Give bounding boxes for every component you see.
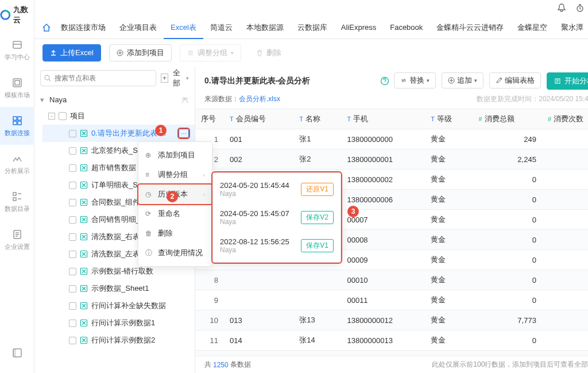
svg-rect-12	[13, 349, 16, 357]
svg-rect-3	[15, 80, 20, 85]
version-item[interactable]: 2022-08-12 15:56:25Naya保存V1	[213, 232, 341, 260]
leaf-checkbox[interactable]	[69, 216, 76, 224]
help-icon[interactable]	[380, 76, 389, 86]
svg-rect-6	[13, 121, 17, 125]
leaf-checkbox[interactable]	[69, 285, 76, 293]
annotation-1: 1	[155, 125, 167, 136]
column-header[interactable]: T会员编号	[224, 109, 293, 129]
excel-file-icon	[80, 267, 88, 275]
scope-selector[interactable]: 全部▾	[173, 68, 189, 89]
detail-header: 0.请导出并更新此表-会员分析 替换▾ 追加▾ 编辑表格	[195, 67, 588, 94]
svg-rect-4	[13, 117, 17, 120]
rail-item-4[interactable]: 数据目录	[0, 183, 34, 221]
tree-search-row: + 全部▾	[34, 67, 195, 90]
version-item[interactable]: 2024-05-20 15:45:44Naya还原V1	[213, 175, 341, 203]
column-header[interactable]: #消费总额	[473, 109, 542, 129]
version-item[interactable]: 2024-05-20 15:45:07Naya保存V2	[213, 203, 341, 232]
svg-rect-8	[13, 193, 16, 195]
version-action-button[interactable]: 保存V2	[301, 211, 334, 224]
rail-item-3[interactable]: 分析展示	[0, 145, 34, 183]
tab-2[interactable]: Excel表	[164, 16, 203, 39]
leaf-checkbox[interactable]	[69, 130, 76, 137]
leaf-checkbox[interactable]	[69, 199, 76, 206]
column-header[interactable]: T手机	[341, 109, 425, 129]
tab-7[interactable]: Facebook	[383, 16, 430, 39]
table-row[interactable]: 800010黄金0	[195, 270, 588, 290]
context-menu: ⊕添加到项目 ≡调整分组› ◷历史版本› ⟳重命名 🗑删除 ⓘ查询使用情况	[138, 141, 212, 267]
svg-point-16	[45, 75, 49, 80]
brand-logo: 九数云	[0, 5, 34, 25]
svg-point-18	[185, 98, 187, 100]
column-header[interactable]: #消费次数	[542, 109, 588, 129]
ctx-adjust-group[interactable]: ≡调整分组›	[138, 165, 212, 184]
tree-leaf[interactable]: 行间计算示例数据1	[42, 314, 195, 332]
ctx-rename[interactable]: ⟳重命名	[138, 204, 212, 224]
add-node-button[interactable]: +	[161, 74, 168, 83]
tab-0[interactable]: 数据连接市场	[54, 16, 113, 39]
column-header[interactable]: T等级	[425, 109, 473, 129]
folder-checkbox[interactable]	[59, 112, 67, 120]
tree-leaf[interactable]: 示例数据_Sheet1	[42, 280, 195, 297]
ctx-add-to-project[interactable]: ⊕添加到项目	[138, 145, 212, 165]
tab-4[interactable]: 本地数据源	[239, 16, 291, 39]
leaf-checkbox[interactable]	[69, 320, 76, 327]
tab-9[interactable]: 金蝶星空	[510, 16, 554, 39]
leaf-checkbox[interactable]	[69, 147, 76, 155]
table-row[interactable]: 1001张113800000000黄金249	[195, 129, 588, 149]
column-header[interactable]: 序号	[195, 109, 224, 129]
add-to-project-button[interactable]: 添加到项目	[109, 44, 172, 61]
svg-rect-7	[18, 121, 21, 125]
table-row[interactable]: 2002张213800000001黄金2,245	[195, 149, 588, 170]
start-analysis-button[interactable]: 开始分析	[547, 72, 588, 90]
ctx-usage[interactable]: ⓘ查询使用情况	[138, 243, 212, 263]
tree-search-input[interactable]	[40, 70, 156, 86]
table-row[interactable]: 12015张1513800000014黄金0	[195, 351, 588, 356]
source-file-link[interactable]: 会员分析.xlsx	[239, 94, 280, 104]
excel-file-icon	[80, 198, 88, 206]
leaf-checkbox[interactable]	[69, 164, 76, 172]
tab-3[interactable]: 简道云	[203, 16, 239, 39]
rail-item-1[interactable]: 模板市场	[0, 69, 34, 107]
tree-folder[interactable]: − 项目	[42, 107, 195, 125]
version-action-button[interactable]: 保存V1	[301, 239, 334, 252]
tab-10[interactable]: 聚水潭	[554, 16, 588, 39]
tree-leaf[interactable]: 0.请导出并更新此表-...⋯	[42, 125, 195, 142]
table-row[interactable]: 900011黄金0	[195, 290, 588, 310]
svg-rect-9	[13, 198, 16, 201]
leaf-more-icon[interactable]: ⋯	[179, 129, 189, 138]
ctx-delete[interactable]: 🗑删除	[138, 224, 212, 243]
rail-item-0[interactable]: 学习中心	[0, 31, 34, 69]
toolbar: 上传Excel 添加到项目 调整分组 ▾ 删除	[34, 39, 588, 67]
search-icon	[44, 74, 52, 82]
timer-icon[interactable]	[575, 3, 585, 13]
rail-item-2[interactable]: 数据连接	[0, 107, 34, 145]
tree-group[interactable]: ▾ Naya	[34, 92, 195, 107]
leaf-checkbox[interactable]	[69, 182, 76, 189]
tree-leaf[interactable]: 行间计算示例数据2	[42, 332, 195, 349]
excel-file-icon	[80, 233, 88, 241]
version-action-button[interactable]: 还原V1	[301, 183, 334, 196]
table-row[interactable]: 11014张1413800000013黄金0	[195, 330, 588, 351]
leaf-checkbox[interactable]	[69, 251, 76, 258]
rail-collapse[interactable]	[0, 335, 34, 373]
tab-6[interactable]: AliExpress	[334, 16, 383, 39]
tab-8[interactable]: 金蝶精斗云云进销存	[430, 16, 510, 39]
home-icon[interactable]	[40, 23, 53, 32]
excel-file-icon	[80, 250, 88, 258]
rail-item-5[interactable]: 企业设置	[0, 221, 34, 259]
leaf-checkbox[interactable]	[69, 337, 76, 344]
svg-rect-1	[13, 41, 21, 48]
tree-leaf[interactable]: 行间计算补全缺失数据	[42, 297, 195, 314]
table-row[interactable]: 10013张1313800000012黄金7,773	[195, 310, 588, 330]
notification-icon[interactable]	[557, 3, 566, 13]
replace-button[interactable]: 替换▾	[394, 72, 436, 89]
leaf-checkbox[interactable]	[69, 268, 76, 275]
upload-excel-button[interactable]: 上传Excel	[42, 44, 101, 61]
append-button[interactable]: 追加▾	[442, 72, 483, 89]
tab-5[interactable]: 云数据库	[291, 16, 334, 39]
column-header[interactable]: T名称	[293, 109, 341, 129]
leaf-checkbox[interactable]	[69, 302, 76, 310]
edit-table-button[interactable]: 编辑表格	[489, 72, 541, 89]
tab-1[interactable]: 企业项目表	[113, 16, 164, 39]
leaf-checkbox[interactable]	[69, 233, 76, 241]
